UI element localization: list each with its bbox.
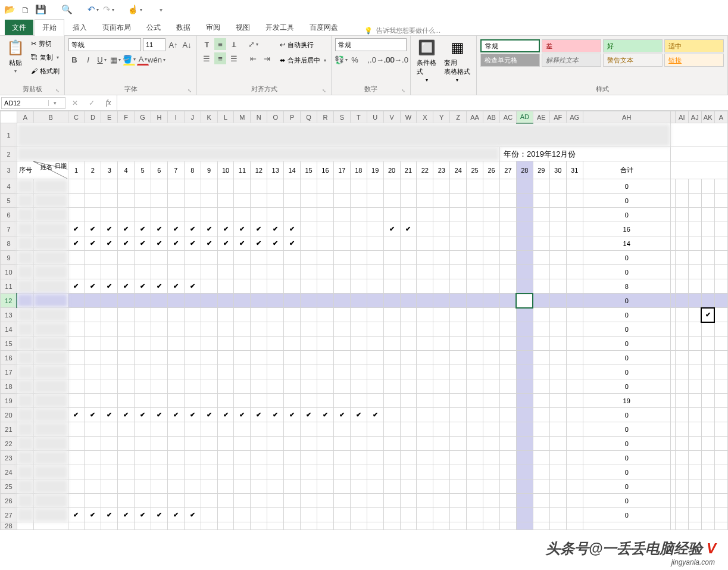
day-cell[interactable] <box>483 394 500 408</box>
day-cell[interactable] <box>85 308 101 322</box>
far-cell[interactable] <box>688 308 701 322</box>
day-cell[interactable] <box>251 337 267 351</box>
day-cell[interactable] <box>417 236 433 251</box>
day-cell[interactable] <box>68 379 85 394</box>
day-cell[interactable] <box>68 322 85 337</box>
day-cell[interactable] <box>549 236 566 251</box>
dialog-launcher-icon[interactable]: ⤡ <box>188 88 192 94</box>
cell[interactable] <box>670 494 675 508</box>
day-cell[interactable] <box>400 208 417 222</box>
day-cell[interactable] <box>400 322 417 337</box>
day-cell[interactable] <box>184 308 201 322</box>
align-left-icon[interactable]: ☰ <box>201 52 213 64</box>
day-cell[interactable] <box>333 179 350 194</box>
cell[interactable] <box>17 522 33 530</box>
day-cell[interactable] <box>499 394 516 408</box>
cell[interactable] <box>670 308 675 322</box>
day-cell[interactable] <box>417 294 433 308</box>
seq-cell[interactable] <box>17 308 33 322</box>
day-cell[interactable] <box>68 479 85 494</box>
column-header[interactable]: K <box>201 111 217 123</box>
day-cell[interactable] <box>85 437 101 451</box>
day-cell[interactable] <box>151 265 167 279</box>
day-cell[interactable] <box>201 179 217 194</box>
day-cell[interactable] <box>533 351 549 365</box>
day-cell[interactable] <box>135 265 151 279</box>
day-cell[interactable] <box>167 394 184 408</box>
day-cell[interactable] <box>483 337 500 351</box>
day-cell[interactable] <box>566 208 583 222</box>
seq-cell[interactable] <box>17 337 33 351</box>
day-cell[interactable] <box>433 394 450 408</box>
day-cell[interactable] <box>433 437 450 451</box>
day-cell[interactable] <box>118 408 135 422</box>
select-all-corner[interactable] <box>1 111 17 123</box>
day-cell[interactable] <box>201 379 217 394</box>
day-cell[interactable] <box>184 351 201 365</box>
day-cell[interactable] <box>201 408 217 422</box>
day-cell[interactable] <box>333 451 350 465</box>
day-cell[interactable] <box>234 494 251 508</box>
day-cell[interactable] <box>85 179 101 194</box>
day-cell[interactable] <box>533 465 549 479</box>
day-cell[interactable] <box>217 208 234 222</box>
day-cell[interactable] <box>333 194 350 208</box>
cell[interactable] <box>670 479 675 494</box>
day-cell[interactable] <box>251 451 267 465</box>
far-cell[interactable] <box>688 465 701 479</box>
day-cell[interactable] <box>135 422 151 437</box>
day-cell[interactable] <box>151 279 167 294</box>
day-cell[interactable] <box>317 365 333 379</box>
seq-cell[interactable] <box>17 222 33 236</box>
day-cell[interactable] <box>101 365 118 379</box>
day-cell[interactable] <box>367 208 383 222</box>
day-cell[interactable] <box>201 394 217 408</box>
cell[interactable] <box>483 522 500 530</box>
day-cell[interactable] <box>483 422 500 437</box>
decrease-indent-icon[interactable]: ⇤ <box>247 52 259 64</box>
name-box[interactable]: ▾ <box>1 97 65 109</box>
day-cell[interactable] <box>167 222 184 236</box>
day-cell[interactable] <box>217 422 234 437</box>
day-cell[interactable] <box>118 194 135 208</box>
day-cell[interactable] <box>400 451 417 465</box>
day-cell[interactable] <box>533 236 549 251</box>
day-cell[interactable] <box>251 422 267 437</box>
day-cell[interactable] <box>201 451 217 465</box>
far-cell[interactable] <box>688 322 701 337</box>
day-cell[interactable] <box>400 308 417 322</box>
dialog-launcher-icon[interactable]: ⤡ <box>401 88 405 94</box>
seq-cell[interactable] <box>17 365 33 379</box>
name-cell[interactable] <box>33 494 68 508</box>
day-cell[interactable] <box>167 437 184 451</box>
day-cell[interactable] <box>350 351 367 365</box>
day-cell[interactable] <box>433 236 450 251</box>
day-cell[interactable] <box>350 251 367 265</box>
seq-cell[interactable] <box>17 236 33 251</box>
day-cell[interactable] <box>184 422 201 437</box>
day-cell[interactable] <box>234 208 251 222</box>
day-cell[interactable] <box>167 194 184 208</box>
folder-open-icon[interactable]: 📂 <box>4 4 15 15</box>
day-cell[interactable] <box>400 479 417 494</box>
day-cell[interactable] <box>184 451 201 465</box>
name-cell[interactable] <box>33 508 68 522</box>
cell[interactable] <box>317 522 333 530</box>
day-cell[interactable] <box>499 437 516 451</box>
seq-cell[interactable] <box>17 294 33 308</box>
tab-view[interactable]: 视图 <box>229 20 257 35</box>
seq-cell[interactable] <box>17 508 33 522</box>
day-cell[interactable] <box>499 179 516 194</box>
day-cell[interactable] <box>433 294 450 308</box>
day-cell[interactable] <box>566 194 583 208</box>
day-cell[interactable] <box>301 251 317 265</box>
day-cell[interactable] <box>284 394 301 408</box>
row-header[interactable]: 17 <box>1 365 17 379</box>
day-cell[interactable] <box>284 251 301 265</box>
day-cell[interactable] <box>417 279 433 294</box>
far-cell[interactable] <box>688 451 701 465</box>
day-cell[interactable] <box>333 308 350 322</box>
far-cell[interactable] <box>675 294 688 308</box>
day-cell[interactable] <box>267 322 284 337</box>
seq-cell[interactable] <box>17 422 33 437</box>
